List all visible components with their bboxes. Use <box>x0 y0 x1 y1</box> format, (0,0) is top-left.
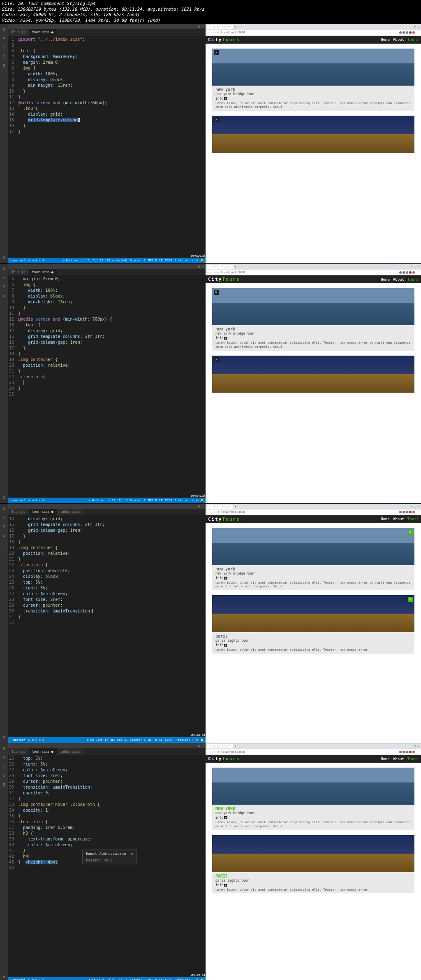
editor-tab[interactable]: Tour.js <box>8 29 29 36</box>
code-content[interactable]: display: grid; grid-template-columns: 2f… <box>16 515 206 738</box>
sync-icon[interactable]: ↻ <box>28 978 30 980</box>
code-content[interactable]: @import "../../index.scss"; .tour { back… <box>16 36 206 258</box>
editor-tab[interactable]: index.scss <box>57 748 83 755</box>
feedback-icon[interactable]: ☺ <box>196 738 198 742</box>
debug-icon[interactable]: ⊘ <box>2 293 7 298</box>
git-icon[interactable]: ⑂ <box>2 45 7 50</box>
browser-tab[interactable]: ⊙ City Tours <box>207 25 233 29</box>
browser-tab[interactable]: ⊙ City Tours <box>207 265 233 269</box>
editor-tab[interactable]: index.scss <box>57 509 83 515</box>
info-toggle[interactable]: info▼ <box>215 816 227 819</box>
cursor-pos[interactable]: Ln 42, Col 5 <box>107 978 128 980</box>
nav-link[interactable]: Tours <box>407 517 419 521</box>
menu-icon[interactable]: ⋮ <box>416 510 419 514</box>
close-icon[interactable]: × <box>418 505 419 508</box>
editor-tab[interactable]: Tour.js <box>8 509 29 515</box>
menu-icon[interactable]: ⋮ <box>416 31 419 34</box>
new-tab-icon[interactable]: + <box>235 745 236 748</box>
minimize-icon[interactable]: − <box>411 745 412 748</box>
nav-link[interactable]: Tours <box>407 37 419 42</box>
new-tab-icon[interactable]: + <box>235 26 236 29</box>
info-toggle[interactable]: info▼ <box>215 643 227 647</box>
bell-icon[interactable]: 🔔 <box>200 978 204 980</box>
minimize-icon[interactable]: − <box>411 505 412 508</box>
editor-tab[interactable]: Tour.js <box>8 269 29 275</box>
cursor-pos[interactable]: Ln 30, Col 31 <box>105 738 127 742</box>
files-icon[interactable]: ▤ <box>2 27 7 32</box>
editor-tab[interactable]: tour.scss ● <box>29 29 57 36</box>
url-bar[interactable]: ⊙ localhost:3000 <box>217 271 398 274</box>
close-icon[interactable]: × <box>418 26 419 29</box>
maximize-icon[interactable]: □ <box>414 26 416 29</box>
info-toggle[interactable]: info▼ <box>215 883 227 887</box>
maximize-icon[interactable]: □ <box>414 745 416 748</box>
forward-icon[interactable]: → <box>210 750 212 754</box>
info-toggle[interactable]: info▼ <box>215 336 227 340</box>
close-icon[interactable]: ✕ <box>214 117 219 122</box>
search-icon[interactable]: ⌕ <box>2 755 7 760</box>
close-icon[interactable]: ✕ <box>408 530 413 535</box>
cursor-pos[interactable]: Ln 15, Col 25 (20 selected) <box>81 259 127 262</box>
more-icon[interactable]: ⋯ <box>202 25 204 28</box>
nav-link[interactable]: About <box>393 37 404 42</box>
go-live[interactable]: ⊙ Go Live <box>89 978 104 980</box>
go-live[interactable]: ⊙ Go Live <box>89 499 104 502</box>
close-icon[interactable]: × <box>131 852 133 856</box>
more-icon[interactable]: ⋯ <box>202 744 204 748</box>
menu-icon[interactable]: ⋮ <box>416 750 419 754</box>
nav-link[interactable]: About <box>393 757 404 761</box>
split-icon[interactable]: ▥ <box>198 265 200 268</box>
reload-icon[interactable]: ↻ <box>214 31 215 34</box>
git-branch[interactable]: ⑂ master* <box>10 738 25 742</box>
new-tab-icon[interactable]: + <box>235 265 236 268</box>
feedback-icon[interactable]: ☺ <box>196 499 198 502</box>
gear-icon[interactable]: ⚙ <box>2 735 7 740</box>
extensions-icon[interactable]: ⊞ <box>2 542 7 547</box>
git-icon[interactable]: ⑂ <box>2 764 7 769</box>
new-tab-icon[interactable]: + <box>235 505 236 508</box>
menu-icon[interactable]: ⋮ <box>416 271 419 274</box>
split-icon[interactable]: ▥ <box>198 744 200 748</box>
code-area[interactable]: 1234567891011121314151617 @import "../..… <box>8 36 206 258</box>
forward-icon[interactable]: → <box>210 31 212 34</box>
search-icon[interactable]: ⌕ <box>2 515 7 520</box>
extensions-icon[interactable]: ⊞ <box>2 63 7 68</box>
back-icon[interactable]: ← <box>207 31 209 34</box>
code-area[interactable]: 14151617181920212223242526272829303132 d… <box>8 515 206 738</box>
browser-tab[interactable]: ⊙ City Tours <box>207 505 233 509</box>
close-icon[interactable]: ✕ <box>408 597 413 602</box>
go-live[interactable]: ⊙ Go Live <box>62 259 78 262</box>
gear-icon[interactable]: ⚙ <box>2 255 7 260</box>
reload-icon[interactable]: ↻ <box>214 271 215 274</box>
close-icon[interactable]: ✕ <box>214 50 219 55</box>
browser-tab[interactable]: ⊙ City Tours <box>207 744 233 748</box>
gear-icon[interactable]: ⚙ <box>2 975 7 980</box>
debug-icon[interactable]: ⊘ <box>2 773 7 778</box>
nav-link[interactable]: Home <box>381 277 390 282</box>
reload-icon[interactable]: ↻ <box>214 510 215 514</box>
split-icon[interactable]: ▥ <box>198 504 200 508</box>
git-branch[interactable]: ⑂ master* <box>10 259 25 262</box>
code-area[interactable]: 2526272829303132333435363738394041424344… <box>8 755 206 977</box>
back-icon[interactable]: ← <box>207 271 209 274</box>
git-icon[interactable]: ⑂ <box>2 284 7 289</box>
back-icon[interactable]: ← <box>207 510 209 514</box>
editor-tab[interactable]: Tour.js <box>8 748 29 755</box>
code-content[interactable]: top: 5%; right: 5%; color: $mainGreen; f… <box>16 755 206 977</box>
files-icon[interactable]: ▤ <box>2 506 7 511</box>
cursor-pos[interactable]: Ln 23, Col 3 <box>107 499 128 502</box>
minimize-icon[interactable]: − <box>411 265 412 268</box>
reload-icon[interactable]: ↻ <box>214 750 215 754</box>
url-bar[interactable]: ⊙ localhost:3000 <box>217 750 398 754</box>
sync-icon[interactable]: ↻ <box>28 499 30 502</box>
search-icon[interactable]: ⌕ <box>2 36 7 41</box>
sync-icon[interactable]: ↻ <box>28 738 30 742</box>
maximize-icon[interactable]: □ <box>414 505 416 508</box>
nav-link[interactable]: Home <box>381 37 390 42</box>
nav-link[interactable]: Tours <box>407 277 419 282</box>
close-icon[interactable]: ✕ <box>214 357 219 362</box>
bell-icon[interactable]: 🔔 <box>200 738 204 742</box>
url-bar[interactable]: ⊙ localhost:3000 <box>217 31 398 34</box>
back-icon[interactable]: ← <box>207 750 209 754</box>
maximize-icon[interactable]: □ <box>414 265 416 268</box>
